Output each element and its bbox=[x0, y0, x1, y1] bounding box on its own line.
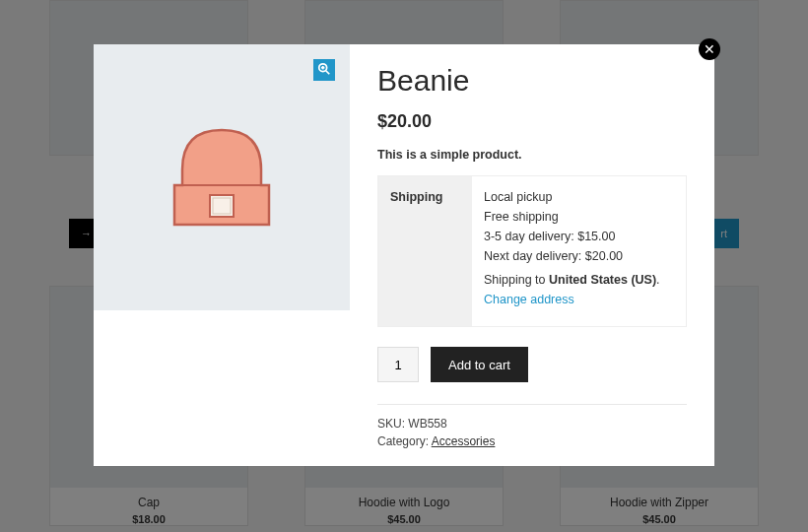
product-quick-view-modal: ✕ Beanie $20.00 This is a simple product… bbox=[94, 44, 714, 466]
shipping-option: Local pickup bbox=[484, 190, 674, 204]
product-title: Beanie bbox=[377, 64, 687, 98]
shipping-label: Shipping bbox=[378, 176, 472, 326]
category-line: Category: Accessories bbox=[377, 434, 687, 448]
category-link[interactable]: Accessories bbox=[432, 434, 496, 448]
quantity-input[interactable] bbox=[377, 347, 419, 382]
beanie-product-image bbox=[153, 108, 291, 246]
change-address-link[interactable]: Change address bbox=[484, 293, 674, 306]
close-button[interactable]: ✕ bbox=[699, 38, 720, 60]
shipping-options: Local pickup Free shipping 3-5 day deliv… bbox=[472, 176, 686, 326]
shipping-option: Next day delivery: $20.00 bbox=[484, 249, 674, 263]
zoom-in-icon bbox=[317, 62, 331, 79]
product-image-area bbox=[94, 44, 350, 310]
product-description: This is a simple product. bbox=[377, 148, 687, 162]
shipping-destination: Shipping to United States (US). bbox=[484, 273, 674, 287]
sku-value: WB558 bbox=[408, 417, 446, 431]
product-meta: SKU: WB558 Category: Accessories bbox=[377, 404, 687, 448]
shipping-option: 3-5 day delivery: $15.00 bbox=[484, 230, 674, 243]
add-to-cart-row: Add to cart bbox=[377, 347, 687, 382]
zoom-button[interactable] bbox=[313, 59, 335, 81]
product-info-panel: Beanie $20.00 This is a simple product. … bbox=[350, 44, 714, 466]
close-icon: ✕ bbox=[704, 41, 715, 57]
svg-line-4 bbox=[326, 70, 330, 74]
sku-line: SKU: WB558 bbox=[377, 417, 687, 431]
product-price: $20.00 bbox=[377, 111, 687, 132]
shipping-info-box: Shipping Local pickup Free shipping 3-5 … bbox=[377, 175, 687, 327]
add-to-cart-button[interactable]: Add to cart bbox=[431, 347, 528, 382]
shipping-option: Free shipping bbox=[484, 210, 674, 224]
